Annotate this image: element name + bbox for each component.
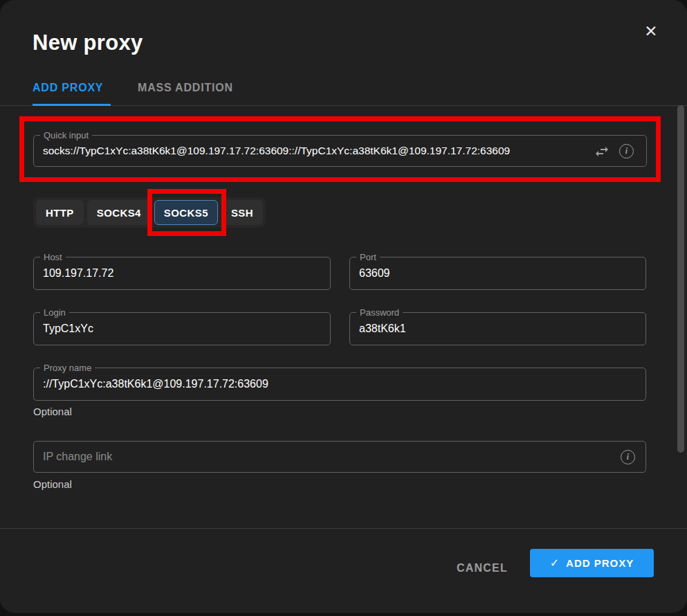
login-field: Login	[33, 312, 331, 345]
protocol-http-button[interactable]: HTTP	[36, 200, 84, 225]
ip-change-link-field: i	[33, 441, 646, 473]
protocol-socks5-button[interactable]: SOCKS5	[154, 200, 218, 225]
tab-add-proxy[interactable]: ADD PROXY	[33, 82, 103, 94]
quick-input-field: Quick input i	[33, 135, 647, 167]
tab-bar: ADD PROXY MASS ADDITION	[0, 76, 687, 106]
check-icon: ✓	[550, 556, 560, 570]
new-proxy-dialog: New proxy ✕ ADD PROXY MASS ADDITION Quic…	[0, 0, 687, 613]
quick-input-info-icon[interactable]: i	[619, 144, 634, 158]
login-input[interactable]	[34, 313, 330, 345]
ip-change-link-info-icon[interactable]: i	[621, 450, 635, 464]
add-proxy-button-label: ADD PROXY	[566, 557, 634, 569]
active-tab-indicator	[33, 104, 111, 106]
tab-mass-addition[interactable]: MASS ADDITION	[138, 82, 233, 94]
add-proxy-button[interactable]: ✓ ADD PROXY	[530, 549, 654, 577]
protocol-ssh-button[interactable]: SSH	[221, 200, 263, 225]
password-field: Password	[349, 312, 646, 345]
quick-input[interactable]	[34, 136, 646, 166]
swap-icon[interactable]	[594, 143, 610, 160]
port-field: Port	[349, 257, 646, 290]
password-input[interactable]	[350, 313, 645, 345]
dialog-title: New proxy	[33, 30, 143, 55]
proxy-name-input[interactable]	[34, 368, 645, 400]
proxy-name-field: Proxy name	[33, 368, 646, 401]
vertical-scrollbar[interactable]	[677, 105, 684, 453]
cancel-button[interactable]: CANCEL	[448, 554, 516, 582]
dialog-footer: CANCEL ✓ ADD PROXY	[0, 528, 687, 613]
form-content: Quick input i HTTP SOCKS4 SOCKS5 SSH Hos…	[0, 107, 687, 528]
protocol-socks4-button[interactable]: SOCKS4	[87, 200, 151, 225]
ip-change-link-input[interactable]	[34, 442, 645, 472]
ip-change-link-helper-text: Optional	[33, 478, 72, 490]
port-input[interactable]	[350, 257, 645, 289]
close-icon[interactable]: ✕	[640, 20, 662, 42]
protocol-button-group: HTTP SOCKS4 SOCKS5 SSH	[33, 197, 266, 228]
proxy-name-helper-text: Optional	[33, 406, 72, 417]
host-field: Host	[33, 257, 331, 290]
host-input[interactable]	[34, 257, 330, 289]
